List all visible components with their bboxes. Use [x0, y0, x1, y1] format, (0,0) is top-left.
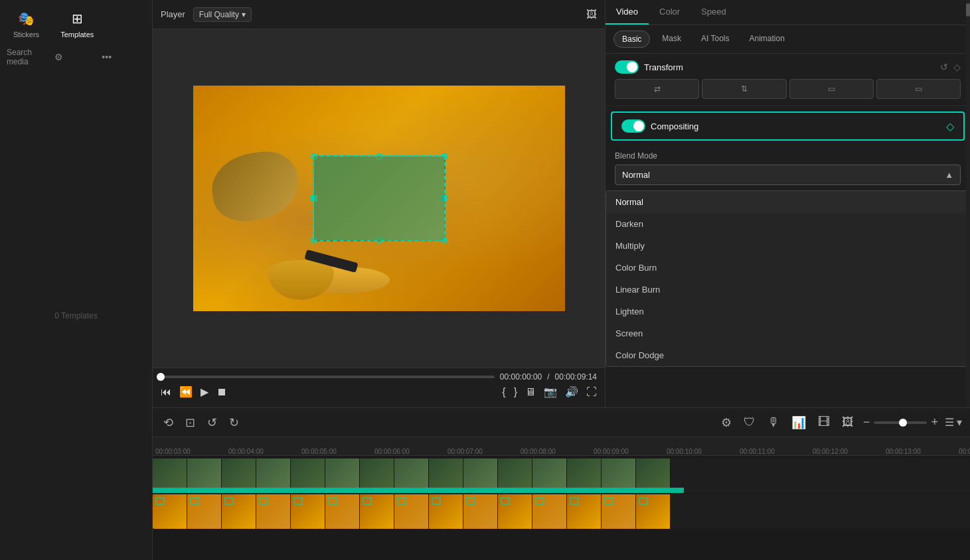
blend-mode-select[interactable]: Normal ▲: [615, 165, 961, 185]
play-button[interactable]: ▶: [201, 385, 208, 398]
blend-dropdown-scroll[interactable]: Normal Darken Multiply Color Burn Linear…: [606, 191, 969, 366]
timeline-settings-icon[interactable]: ⚙: [718, 413, 734, 433]
timeline-film-icon[interactable]: 🎞: [815, 413, 833, 432]
handle-bot-left[interactable]: [311, 237, 317, 244]
handle-mid-right[interactable]: [441, 195, 447, 202]
transform-icons: ↺ ◇: [940, 62, 961, 72]
compositing-toggle[interactable]: [621, 119, 645, 133]
blend-dropdown: Normal Darken Multiply Color Burn Linear…: [606, 190, 970, 367]
stickers-label: Stickers: [13, 31, 39, 38]
zoom-in-button[interactable]: +: [931, 415, 938, 429]
blend-arrow-icon: ▲: [945, 170, 953, 180]
zoom-thumb[interactable]: [899, 419, 907, 427]
pip-frame[interactable]: [313, 155, 445, 242]
mark-in-button[interactable]: {: [502, 386, 505, 398]
tab-video[interactable]: Video: [606, 0, 649, 25]
subtab-basic[interactable]: Basic: [613, 31, 650, 48]
bottom-film-frames[interactable]: [153, 494, 684, 529]
tab-color[interactable]: Color: [649, 0, 690, 25]
timeline-history-icon[interactable]: ⟲: [161, 413, 176, 433]
teal-bar: [153, 488, 684, 493]
blend-option-normal[interactable]: Normal: [606, 191, 969, 213]
subtab-animation[interactable]: Animation: [741, 31, 792, 48]
flip-v-button[interactable]: ⇅: [702, 79, 786, 99]
blend-option-darken[interactable]: Darken: [606, 213, 969, 235]
handle-bot-right[interactable]: [441, 237, 447, 244]
list-view-button[interactable]: ☰: [945, 416, 954, 429]
monitor-button[interactable]: 🖥: [525, 386, 536, 398]
handle-mid-left[interactable]: [311, 195, 317, 202]
sidebar-tab-stickers[interactable]: 🎭 Stickers: [8, 5, 44, 42]
step-back-button[interactable]: ⏪: [179, 385, 193, 398]
ruler-mark: 00:00:09:00: [591, 448, 664, 455]
handle-top-mid[interactable]: [376, 153, 382, 160]
timeline-layer-icon[interactable]: 📊: [789, 413, 809, 433]
video-toolbar: Player Full Quality ▾ 🖼: [153, 0, 605, 29]
filter-icon[interactable]: ⚙: [54, 52, 98, 62]
blend-option-color-burn[interactable]: Color Burn: [606, 257, 969, 279]
zoom-out-button[interactable]: −: [863, 415, 870, 429]
player-label: Player: [161, 9, 185, 19]
ruler-mark: 00:00:03:00: [153, 448, 226, 455]
ruler-mark: 00:00:11:00: [737, 448, 810, 455]
timeline-tracks: [153, 456, 970, 560]
controls-row: ⏮ ⏪ ▶ ⏹ { } 🖥 📷 🔊 ⛶: [161, 385, 597, 398]
handle-top-right[interactable]: [441, 153, 447, 160]
blend-mode-value: Normal: [622, 170, 650, 180]
blend-option-multiply[interactable]: Multiply: [606, 235, 969, 257]
templates-icon: ⊞: [68, 9, 86, 28]
crop-button[interactable]: ▭: [789, 79, 874, 99]
compositing-diamond-icon[interactable]: ◇: [946, 120, 954, 133]
timeline-toolbar: ⟲ ⊡ ↺ ↻ ⚙ 🛡 🎙 📊 🎞 🖼 − +: [153, 408, 970, 437]
quality-label: Full Quality: [199, 10, 239, 19]
mark-out-button[interactable]: }: [514, 386, 517, 398]
compositing-header: Compositing ◇: [621, 119, 954, 133]
sidebar-tab-templates[interactable]: ⊞ Templates: [55, 5, 99, 42]
flip-h-button[interactable]: ⇄: [615, 79, 699, 99]
track-top: [153, 458, 970, 493]
timeline-shield-icon[interactable]: 🛡: [741, 413, 758, 432]
blend-option-linear-burn[interactable]: Linear Burn: [606, 279, 969, 301]
quality-select[interactable]: Full Quality ▾: [193, 7, 252, 22]
subtab-ai-tools[interactable]: AI Tools: [693, 31, 737, 48]
timeline-mic-icon[interactable]: 🎙: [765, 413, 782, 432]
fullscreen-button[interactable]: ⛶: [586, 386, 597, 398]
blend-option-color-dodge[interactable]: Color Dodge: [606, 344, 969, 366]
zoom-slider[interactable]: [874, 421, 927, 424]
blend-option-screen[interactable]: Screen: [606, 322, 969, 344]
frame-button[interactable]: ▭: [876, 79, 961, 99]
timeline-redo-icon[interactable]: ↻: [226, 413, 242, 433]
blend-mode-label: Blend Mode: [615, 151, 961, 161]
more-icon[interactable]: •••: [102, 52, 145, 62]
top-filmstrip: [153, 458, 970, 493]
skip-back-button[interactable]: ⏮: [161, 386, 171, 398]
blend-option-lighten[interactable]: Lighten: [606, 301, 969, 322]
transform-header: Transform ↺ ◇: [615, 60, 961, 74]
stop-button[interactable]: ⏹: [216, 386, 227, 398]
transform-diamond-icon[interactable]: ◇: [953, 62, 961, 72]
time-separator: /: [547, 372, 549, 382]
blend-mode-section: Blend Mode Normal ▲: [606, 146, 970, 190]
snapshot-button[interactable]: 📷: [544, 385, 557, 398]
panel-subtabs: Basic Mask AI Tools Animation: [606, 25, 970, 54]
timeline-undo-icon[interactable]: ↺: [204, 413, 220, 433]
tab-speed[interactable]: Speed: [690, 0, 737, 25]
view-chevron-icon[interactable]: ▾: [957, 416, 962, 429]
progress-bar[interactable]: [161, 376, 495, 378]
video-frame: [193, 86, 565, 311]
search-media-label: Search media: [7, 48, 50, 66]
transform-toggle[interactable]: [615, 60, 639, 74]
subtab-mask[interactable]: Mask: [654, 31, 689, 48]
timeline-media-icon[interactable]: 🖼: [839, 413, 856, 432]
zoom-control: − +: [863, 415, 938, 429]
current-time: 00:00:00:00: [500, 372, 542, 382]
handle-bot-mid[interactable]: [376, 237, 382, 244]
reset-icon[interactable]: ↺: [940, 62, 948, 72]
progress-dot[interactable]: [157, 373, 165, 381]
handle-top-left[interactable]: [311, 153, 317, 160]
ruler-mark: 00:00:14:00: [956, 448, 970, 455]
timeline-crop-icon[interactable]: ⊡: [183, 413, 198, 433]
image-icon[interactable]: 🖼: [586, 9, 597, 21]
audio-button[interactable]: 🔊: [565, 385, 578, 398]
ruler-mark: 00:00:08:00: [518, 448, 591, 455]
